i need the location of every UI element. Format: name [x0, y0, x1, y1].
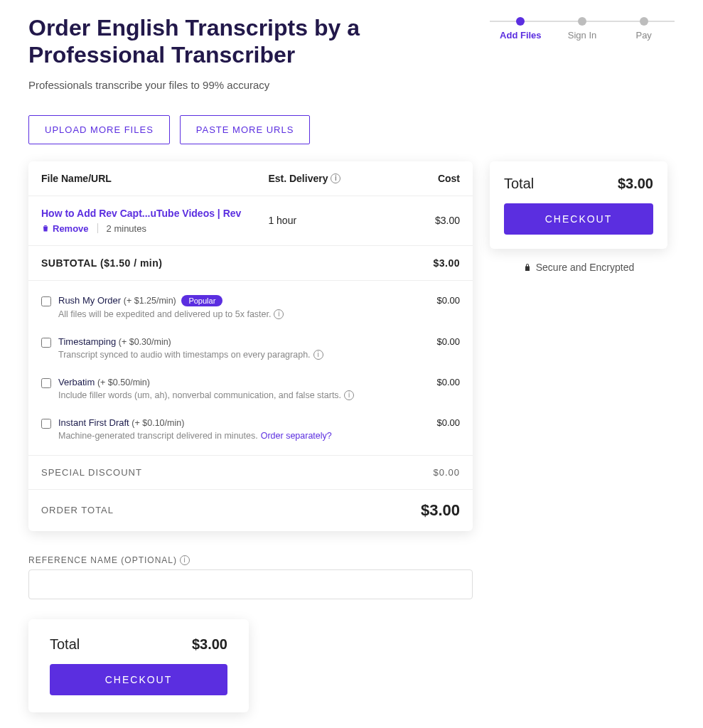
- paste-more-urls-button[interactable]: PASTE MORE URLS: [180, 115, 311, 144]
- option-price: (+ $0.50/min): [97, 378, 150, 387]
- option-desc: Include filler words (um, ah), nonverbal…: [58, 390, 341, 400]
- option-price: (+ $1.25/min): [124, 296, 176, 306]
- info-icon[interactable]: i: [274, 309, 284, 319]
- option-cost: $0.00: [410, 377, 460, 387]
- order-total-value: $3.00: [396, 501, 460, 520]
- timestamping-checkbox[interactable]: [41, 338, 51, 348]
- secure-encrypted-note: Secure and Encrypted: [490, 262, 667, 273]
- file-cost: $3.00: [410, 215, 460, 226]
- file-name-link[interactable]: How to Add Rev Capt...uTube Videos | Rev: [41, 208, 268, 219]
- column-header-delivery: Est. Delivery: [268, 173, 328, 184]
- instant-draft-checkbox[interactable]: [41, 419, 51, 429]
- option-desc: All files will be expedited and delivere…: [58, 309, 271, 319]
- option-timestamping: Timestamping (+ $0.30/min) Transcript sy…: [28, 328, 473, 368]
- option-rush: Rush My Order (+ $1.25/min) Popular All …: [28, 287, 473, 328]
- total-label: Total: [50, 636, 80, 653]
- info-icon[interactable]: i: [344, 390, 354, 400]
- discount-label: SPECIAL DISCOUNT: [41, 467, 410, 478]
- option-cost: $0.00: [410, 417, 460, 428]
- page-subtitle: Professionals transcribe your files to 9…: [28, 79, 426, 91]
- option-title: Instant First Draft: [58, 417, 129, 428]
- secure-text: Secure and Encrypted: [536, 262, 635, 273]
- file-duration: 2 minutes: [107, 223, 146, 234]
- rush-checkbox[interactable]: [41, 296, 51, 306]
- info-icon[interactable]: i: [313, 350, 323, 360]
- option-title: Timestamping: [58, 336, 116, 347]
- subtotal-value: $3.00: [410, 257, 460, 269]
- step-label: Add Files: [490, 30, 552, 41]
- option-cost: $0.00: [410, 295, 460, 306]
- subtotal-label: SUBTOTAL ($1.50 / min): [41, 257, 410, 269]
- reference-name-label: REFERENCE NAME (OPTIONAL): [28, 555, 177, 565]
- info-icon[interactable]: i: [331, 173, 340, 183]
- reference-name-input[interactable]: [28, 569, 473, 599]
- checkout-button[interactable]: CHECKOUT: [50, 664, 227, 695]
- total-value: $3.00: [192, 636, 227, 653]
- remove-label: Remove: [53, 223, 89, 234]
- order-separately-link[interactable]: Order separately?: [261, 431, 332, 441]
- option-verbatim: Verbatim (+ $0.50/min) Include filler wo…: [28, 368, 473, 409]
- option-price: (+ $0.30/min): [119, 337, 171, 347]
- upload-more-files-button[interactable]: UPLOAD MORE FILES: [28, 115, 170, 144]
- option-title: Rush My Order: [58, 295, 121, 306]
- column-header-file: File Name/URL: [41, 173, 268, 184]
- checkout-button[interactable]: CHECKOUT: [504, 203, 653, 235]
- file-row: How to Add Rev Capt...uTube Videos | Rev…: [28, 196, 473, 246]
- bottom-total-card: Total $3.00 CHECKOUT: [28, 619, 249, 712]
- total-value: $3.00: [618, 176, 653, 192]
- option-desc: Transcript synced to audio with timestam…: [58, 350, 311, 360]
- page-title: Order English Transcripts by a Professio…: [28, 14, 426, 69]
- order-total-label: ORDER TOTAL: [41, 505, 396, 515]
- popular-badge: Popular: [181, 295, 222, 306]
- trash-icon: [41, 224, 50, 232]
- option-desc: Machine-generated transcript delivered i…: [58, 431, 258, 441]
- file-delivery: 1 hour: [268, 215, 410, 226]
- sidebar-total-card: Total $3.00 CHECKOUT: [490, 161, 667, 249]
- option-instant-draft: Instant First Draft (+ $0.10/min) Machin…: [28, 409, 473, 449]
- verbatim-checkbox[interactable]: [41, 378, 51, 388]
- step-label: Pay: [613, 30, 675, 41]
- lock-icon: [523, 262, 532, 272]
- option-cost: $0.00: [410, 336, 460, 347]
- option-price: (+ $0.10/min): [132, 418, 184, 428]
- total-label: Total: [504, 176, 534, 192]
- info-icon[interactable]: i: [180, 555, 190, 565]
- order-table: File Name/URL Est. Delivery i Cost How t…: [28, 161, 473, 531]
- remove-file-button[interactable]: Remove: [41, 223, 89, 234]
- step-label: Sign In: [552, 30, 613, 41]
- progress-stepper: Add Files Sign In Pay: [490, 17, 675, 41]
- column-header-cost: Cost: [410, 173, 460, 184]
- option-title: Verbatim: [58, 377, 95, 387]
- discount-value: $0.00: [410, 467, 460, 478]
